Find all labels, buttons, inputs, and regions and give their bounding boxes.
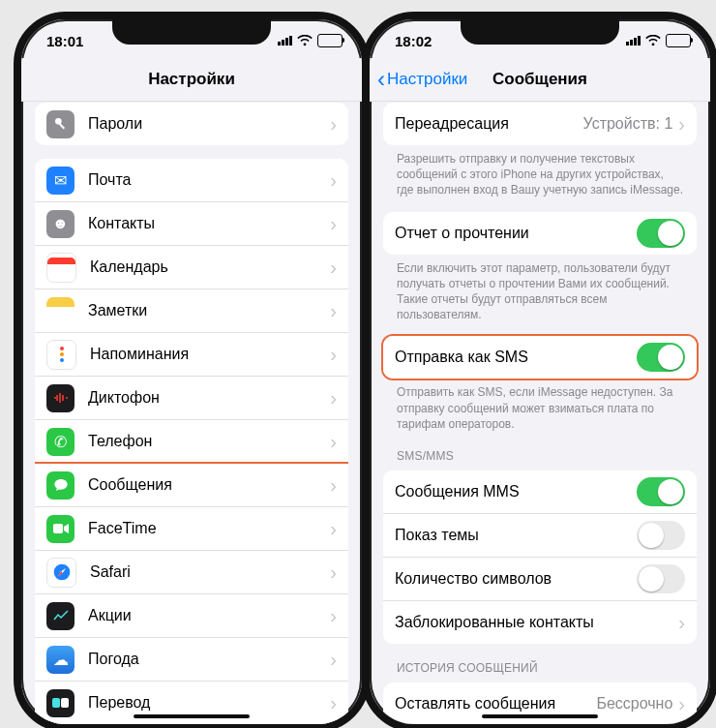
nav-title: Настройки (148, 70, 235, 89)
chevron-right-icon: › (330, 345, 337, 364)
facetime-icon (46, 515, 75, 543)
notes-icon (46, 297, 75, 325)
chevron-right-icon: › (678, 694, 685, 713)
chevron-right-icon: › (330, 258, 337, 277)
footer-sms: Отправить как SMS, если iMessage недосту… (397, 384, 683, 432)
toggle-send-as-sms[interactable] (637, 343, 685, 372)
nav-bar: ‹ Настройки Сообщения (370, 58, 710, 102)
footer-read: Если включить этот параметр, пользовател… (397, 260, 683, 323)
sidebar-item-contacts[interactable]: ☻ Контакты › (35, 202, 348, 246)
toggle-subject[interactable] (637, 521, 685, 550)
status-bar: 18:01 (21, 19, 362, 58)
voice-memo-icon (46, 384, 75, 412)
chevron-right-icon: › (330, 214, 337, 233)
sidebar-item-facetime[interactable]: FaceTime › (35, 507, 348, 551)
row-send-as-sms[interactable]: Отправка как SMS (383, 336, 697, 379)
row-read-receipts[interactable]: Отчет о прочтении (383, 212, 697, 255)
phone-icon: ✆ (46, 428, 75, 456)
battery-icon (317, 34, 343, 47)
chevron-right-icon: › (330, 170, 337, 190)
home-indicator (134, 714, 250, 718)
mail-icon: ✉︎ (46, 167, 75, 195)
translate-icon (46, 689, 75, 717)
row-subject[interactable]: Показ темы (383, 514, 697, 558)
nav-bar: Настройки (21, 58, 362, 102)
chevron-right-icon: › (330, 114, 337, 134)
section-history: ИСТОРИЯ СООБЩЕНИЙ (397, 661, 683, 675)
calendar-icon (46, 253, 76, 283)
svg-rect-2 (53, 524, 63, 533)
chevron-right-icon: › (330, 693, 337, 713)
safari-icon (46, 558, 76, 588)
row-blocked[interactable]: Заблокированные контакты › (383, 601, 697, 644)
wifi-icon (645, 35, 661, 46)
chevron-right-icon: › (330, 519, 337, 538)
weather-icon: ☁︎ (46, 646, 75, 674)
row-mms[interactable]: Сообщения MMS (383, 470, 697, 514)
sidebar-item-weather[interactable]: ☁︎ Погода › (35, 638, 348, 682)
section-smsmms: SMS/MMS (397, 449, 683, 463)
chevron-right-icon: › (330, 650, 337, 669)
phone-settings: 18:01 Настройки Пароли › (14, 12, 370, 728)
key-icon (46, 110, 75, 138)
contacts-icon: ☻ (46, 210, 75, 238)
sidebar-item-passwords[interactable]: Пароли › (35, 103, 348, 145)
chevron-left-icon: ‹ (377, 68, 385, 91)
status-time: 18:02 (395, 33, 432, 49)
sidebar-item-voice-memos[interactable]: Диктофон › (35, 377, 348, 420)
sidebar-item-stocks[interactable]: Акции › (35, 594, 348, 638)
messages-icon (46, 471, 75, 500)
svg-rect-1 (58, 123, 64, 129)
toggle-char-count[interactable] (637, 564, 685, 593)
nav-title: Сообщения (492, 70, 587, 89)
chevron-right-icon: › (678, 114, 685, 134)
chevron-right-icon: › (330, 606, 337, 625)
chevron-right-icon: › (330, 388, 337, 408)
toggle-read-receipts[interactable] (637, 219, 685, 248)
wifi-icon (297, 35, 313, 46)
row-character-count[interactable]: Количество символов (383, 558, 697, 601)
sidebar-item-notes[interactable]: Заметки › (35, 289, 348, 333)
sidebar-item-mail[interactable]: ✉︎ Почта › (35, 159, 348, 202)
sidebar-item-phone[interactable]: ✆ Телефон › (35, 420, 348, 464)
status-time: 18:01 (46, 33, 83, 49)
cellular-icon (626, 36, 641, 46)
chevron-right-icon: › (678, 613, 685, 632)
sidebar-item-messages[interactable]: Сообщения › (35, 464, 348, 507)
sidebar-item-safari[interactable]: Safari › (35, 551, 348, 594)
stocks-icon (46, 602, 75, 630)
chevron-right-icon: › (330, 562, 337, 582)
chevron-right-icon: › (330, 432, 337, 451)
phone-messages-settings: 18:02 ‹ Настройки Сообщения Переадресаци… (362, 12, 716, 728)
status-bar: 18:02 (370, 19, 710, 58)
reminders-icon (46, 340, 76, 370)
sidebar-item-reminders[interactable]: Напоминания › (35, 333, 348, 377)
home-indicator (482, 714, 598, 718)
row-text-forwarding[interactable]: Переадресация Устройств: 1 › (383, 103, 697, 145)
back-button[interactable]: ‹ Настройки (377, 58, 467, 101)
chevron-right-icon: › (330, 301, 337, 320)
footer-forwarding: Разрешить отправку и получение текстовых… (397, 151, 683, 198)
toggle-mms[interactable] (637, 477, 685, 506)
cellular-icon (278, 36, 292, 46)
battery-icon (666, 34, 691, 47)
chevron-right-icon: › (330, 475, 337, 495)
sidebar-item-calendar[interactable]: Календарь › (35, 246, 348, 289)
